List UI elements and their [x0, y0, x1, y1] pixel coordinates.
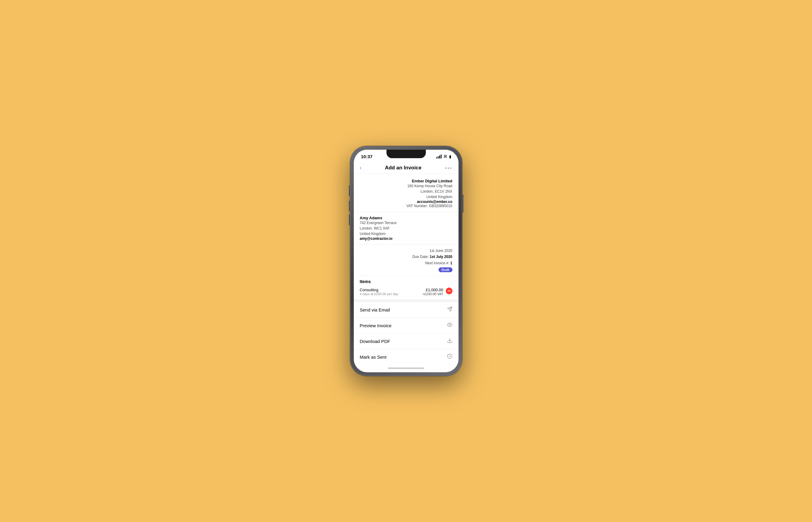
status-icons: ⌘ ▮: [436, 154, 451, 159]
recipient-address-line1: 742 Evergreen Terrace: [360, 220, 452, 226]
download-pdf-action[interactable]: Download PDF: [354, 334, 459, 349]
battery-icon: ▮: [449, 154, 451, 159]
scroll-content: Ember Digital Limited 160 Kemp House Cit…: [354, 174, 459, 364]
send-email-icon: [447, 306, 452, 313]
status-badge-container: Draft: [360, 266, 452, 272]
next-invoice-number: 1: [450, 261, 452, 265]
phone-frame: 10:37 ⌘ ▮ ‹ Add an Invoice ···: [350, 146, 462, 376]
mark-sent-icon: [447, 354, 452, 361]
back-button[interactable]: ‹: [360, 165, 362, 171]
item-amount: £1,000.00 +£200.00 VAT: [422, 288, 443, 296]
more-button[interactable]: ···: [445, 164, 452, 171]
item-right: £1,000.00 +£200.00 VAT: [422, 288, 452, 296]
sender-email: accounts@ember.co: [360, 200, 452, 204]
mark-as-sent-action[interactable]: Mark as Sent: [354, 349, 459, 364]
table-row: Consulting 4 days at £250.00 per day £1,…: [360, 288, 452, 296]
sender-vat: VAT Number: GB320895010: [360, 204, 452, 208]
recipient-country: United Kingdom: [360, 231, 452, 237]
notch: [386, 150, 426, 158]
recipient-address-line2: London, WC1 0AF: [360, 226, 452, 231]
minus-icon: [448, 290, 451, 291]
item-description: 4 days at £250.00 per day: [360, 292, 423, 296]
items-section: Items Consulting 4 days at £250.00 per d…: [354, 276, 459, 300]
recipient-name: Amy Adams: [360, 216, 452, 220]
recipient-section: Amy Adams 742 Evergreen Terrace London, …: [354, 212, 459, 245]
phone-screen: 10:37 ⌘ ▮ ‹ Add an Invoice ···: [354, 150, 459, 372]
invoice-number-line: Next Invoice #: 1: [360, 260, 452, 266]
invoice-due-date: Due Date: 1st July 2020: [360, 254, 452, 260]
status-badge: Draft: [439, 267, 452, 272]
wifi-icon: ⌘: [443, 154, 447, 159]
preview-icon: [447, 322, 452, 329]
download-pdf-label: Download PDF: [360, 339, 390, 344]
home-bar: [388, 367, 424, 369]
sender-country: United Kingdom: [360, 194, 452, 200]
sender-address-line1: 160 Kemp House City Road: [360, 183, 452, 189]
sender-info: Ember Digital Limited 160 Kemp House Cit…: [354, 174, 459, 212]
item-details: Consulting 4 days at £250.00 per day: [360, 288, 423, 296]
status-time: 10:37: [361, 154, 372, 159]
action-list: Send via Email Preview Invoice: [354, 302, 459, 364]
due-date-label: Due Date:: [412, 255, 428, 259]
invoice-meta: 1st June 2020 Due Date: 1st July 2020 Ne…: [354, 245, 459, 276]
chevron-left-icon: ‹: [360, 165, 362, 171]
send-email-action[interactable]: Send via Email: [354, 302, 459, 318]
invoice-date: 1st June 2020: [360, 248, 452, 254]
preview-invoice-label: Preview Invoice: [360, 323, 392, 328]
item-vat: +£200.00 VAT: [422, 292, 443, 296]
section-divider: [354, 300, 459, 302]
svg-point-2: [449, 324, 450, 326]
next-invoice-label: Next Invoice #:: [425, 261, 449, 265]
due-date-value: 1st July 2020: [430, 255, 452, 259]
page-title: Add an Invoice: [385, 165, 422, 171]
mark-as-sent-label: Mark as Sent: [360, 355, 386, 360]
remove-item-button[interactable]: [446, 288, 452, 294]
item-price: £1,000.00: [422, 288, 443, 292]
nav-bar: ‹ Add an Invoice ···: [354, 161, 459, 174]
send-email-label: Send via Email: [360, 307, 390, 313]
home-indicator: [354, 364, 459, 372]
recipient-email: amy@contractor.io: [360, 237, 452, 241]
preview-invoice-action[interactable]: Preview Invoice: [354, 318, 459, 334]
items-header: Items: [360, 279, 452, 284]
sender-address-line2: London, EC1V 2NX: [360, 189, 452, 194]
signal-icon: [436, 155, 442, 159]
item-name: Consulting: [360, 288, 423, 292]
sender-name: Ember Digital Limited: [360, 179, 452, 183]
download-icon: [447, 338, 452, 345]
